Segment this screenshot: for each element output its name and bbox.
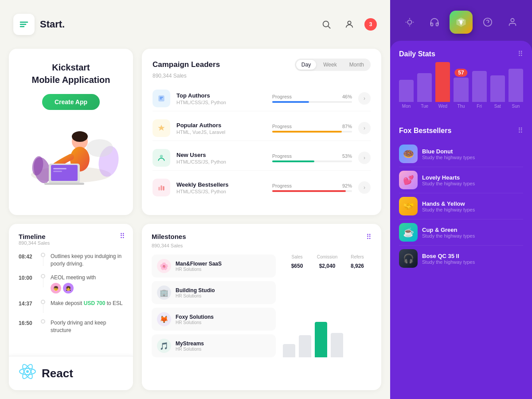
tab-day[interactable]: Day bbox=[296, 60, 316, 70]
row-chevron[interactable]: › bbox=[358, 92, 371, 105]
milestones-subtitle: 890,344 Sales bbox=[152, 243, 372, 248]
svg-point-42 bbox=[511, 19, 514, 22]
bs-name: Bose QC 35 II bbox=[422, 253, 523, 259]
bs-name: Cup & Green bbox=[422, 227, 523, 233]
new-users-info: New Users HTML/CSS/JS, Python bbox=[176, 152, 266, 164]
react-label: React bbox=[42, 367, 73, 380]
table-row: Top Authors HTML/CSS/JS, Python Progress… bbox=[153, 86, 371, 111]
list-item: 16:50 Poorly driving and keep structure bbox=[19, 319, 123, 334]
react-box: React bbox=[9, 356, 133, 390]
chart-bar bbox=[283, 344, 295, 357]
list-item: 🌸 Man&Flower SaaS HR Solutions bbox=[152, 254, 276, 278]
list-item: 🍩 Blue Donut Study the highway types bbox=[399, 141, 523, 167]
logo-icon bbox=[13, 14, 35, 35]
bs-thumb-lovely-hearts: 💕 bbox=[399, 171, 418, 189]
row-chevron[interactable]: › bbox=[358, 181, 371, 194]
profile-button[interactable] bbox=[341, 16, 357, 32]
question-icon[interactable] bbox=[478, 12, 497, 32]
bs-sub: Study the highway types bbox=[422, 259, 523, 265]
chart-bar bbox=[454, 78, 468, 102]
person-icon[interactable] bbox=[503, 12, 522, 32]
header: Start. 3 bbox=[0, 0, 390, 49]
milestone-sub: HR Solutions bbox=[176, 347, 204, 352]
milestones-title: Milestones bbox=[152, 233, 186, 240]
chart-label: Fri bbox=[477, 104, 482, 109]
tab-group: Day Week Month bbox=[295, 59, 371, 71]
headphone-icon[interactable] bbox=[425, 12, 444, 32]
row-chevron[interactable]: › bbox=[358, 122, 371, 134]
row-progress: Progress92% bbox=[272, 183, 352, 192]
sidebar-content: Daily Stats ⠿ 57 Mon Tue Wed bbox=[390, 41, 532, 399]
row-name: Top Authors bbox=[176, 92, 266, 99]
bs-thumb-bose-qc35: 🎧 bbox=[399, 249, 418, 268]
list-item: 🎧 Bose QC 35 II Study the highway types bbox=[399, 246, 523, 271]
search-button[interactable] bbox=[318, 16, 334, 32]
illustration bbox=[22, 117, 120, 188]
react-icon bbox=[19, 363, 36, 384]
chart-label: Sat bbox=[494, 104, 501, 109]
bs-sub: Study the highway types bbox=[422, 181, 523, 186]
milestones-dots[interactable]: ⠿ bbox=[366, 233, 372, 241]
tab-week[interactable]: Week bbox=[318, 60, 342, 70]
list-item: 🤝 Hands & Yellow Study the highway types bbox=[399, 193, 523, 219]
lightbulb-icon[interactable] bbox=[400, 12, 419, 32]
milestones-card: Milestones ⠿ 890,344 Sales 🌸 Man&Flower … bbox=[142, 224, 381, 390]
campaign-header: Campaign Leaders Day Week Month bbox=[153, 59, 371, 71]
kickstart-card: Kickstart Mobile Application Create App bbox=[9, 49, 133, 215]
timeline-subtitle: 890,344 Sales bbox=[19, 240, 123, 246]
avatar: 👦 bbox=[51, 283, 61, 293]
table-row: Weekly Bestsellers HTML/CSS/JS, Python P… bbox=[153, 175, 371, 200]
svg-point-18 bbox=[86, 139, 113, 157]
stat-value: $650 bbox=[283, 263, 311, 269]
daily-stats-dots[interactable]: ⠿ bbox=[518, 50, 523, 58]
chart-bar-wrap: Thu bbox=[454, 78, 468, 109]
svg-point-23 bbox=[160, 155, 163, 158]
header-icons: 3 bbox=[318, 16, 377, 32]
daily-stats-section: Daily Stats ⠿ 57 Mon Tue Wed bbox=[399, 50, 523, 117]
bs-info: Blue Donut Study the highway types bbox=[422, 148, 523, 160]
fox-bestsellers-dots[interactable]: ⠿ bbox=[518, 126, 523, 135]
campaign-title: Campaign Leaders bbox=[153, 60, 220, 69]
list-item: 🏢 Building Studio HR Solutions bbox=[152, 281, 276, 304]
row-progress: Progress87% bbox=[272, 124, 352, 133]
stats-chart: 57 Mon Tue Wed bbox=[399, 69, 523, 117]
list-item: 10:00 AEOL meeting with 👦 👧 bbox=[19, 274, 123, 294]
bs-thumb-hands-yellow: 🤝 bbox=[399, 197, 418, 215]
bs-thumb-cup-green: ☕ bbox=[399, 223, 418, 242]
progress-label: Progress87% bbox=[272, 124, 352, 129]
table-row: New Users HTML/CSS/JS, Python Progress53… bbox=[153, 145, 371, 171]
popular-authors-icon bbox=[153, 119, 170, 137]
progress-label: Progress53% bbox=[272, 153, 352, 159]
chart-bar-wrap: Sat bbox=[490, 75, 505, 109]
section-header: Daily Stats ⠿ bbox=[399, 50, 523, 58]
svg-rect-25 bbox=[160, 185, 162, 191]
daily-stats-title: Daily Stats bbox=[399, 50, 435, 58]
list-item: 🦊 Foxy Solutions HR Solutions bbox=[152, 308, 276, 331]
chart-bar-wrap: Mon bbox=[399, 80, 414, 109]
popular-authors-info: Popular Authors HTML, VueJS, Laravel bbox=[176, 122, 266, 135]
milestone-name: MyStreams bbox=[176, 340, 204, 347]
chart-label: Wed bbox=[438, 104, 447, 109]
avatars: 👦 👧 bbox=[51, 283, 96, 293]
row-tags: HTML, VueJS, Laravel bbox=[176, 129, 266, 135]
notification-badge[interactable]: 3 bbox=[364, 18, 377, 31]
chart-label: Sun bbox=[512, 104, 520, 109]
bs-info: Cup & Green Study the highway types bbox=[422, 227, 523, 239]
row-chevron[interactable]: › bbox=[358, 152, 371, 164]
campaign-rows: Top Authors HTML/CSS/JS, Python Progress… bbox=[153, 86, 371, 200]
svg-rect-16 bbox=[44, 183, 84, 185]
create-app-button[interactable]: Create App bbox=[42, 94, 100, 110]
list-item: ☕ Cup & Green Study the highway types bbox=[399, 219, 523, 246]
row-tags: HTML/CSS/JS, Python bbox=[176, 189, 266, 194]
main-area: Start. 3 Kickstart Mobile Application Cr… bbox=[0, 0, 390, 399]
fox-app-icon[interactable] bbox=[450, 11, 473, 34]
tab-month[interactable]: Month bbox=[344, 60, 369, 70]
milestone-sub: HR Solutions bbox=[176, 293, 215, 298]
row-progress: Progress46% bbox=[272, 94, 352, 103]
chart-bar-wrap: Tue bbox=[417, 73, 432, 109]
chart-bar bbox=[490, 75, 505, 102]
campaign-card: Campaign Leaders Day Week Month 890,344 … bbox=[142, 49, 381, 215]
bs-sub: Study the highway types bbox=[422, 207, 523, 212]
bs-thumb-blue-donut: 🍩 bbox=[399, 145, 418, 163]
svg-point-5 bbox=[348, 21, 351, 24]
